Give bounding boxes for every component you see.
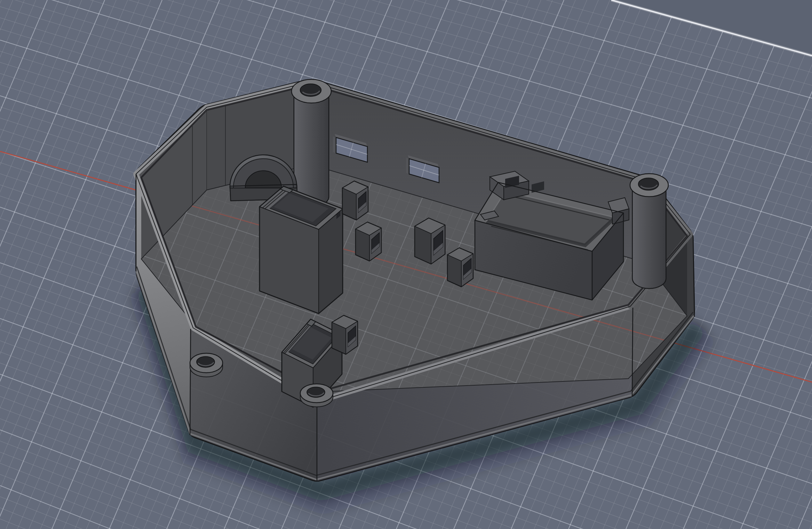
clip-post[interactable] (356, 222, 381, 261)
component-holder[interactable] (260, 186, 343, 314)
screw-boss[interactable] (292, 79, 331, 207)
floor-screw-boss[interactable] (300, 384, 333, 407)
clip-post[interactable] (342, 181, 368, 220)
clip-post[interactable] (415, 218, 445, 264)
floor-screw-boss[interactable] (190, 353, 223, 377)
clip-post[interactable] (447, 248, 473, 287)
clip-post[interactable] (332, 315, 358, 354)
cad-3d-viewport[interactable] (0, 0, 812, 529)
screw-boss[interactable] (630, 174, 668, 289)
